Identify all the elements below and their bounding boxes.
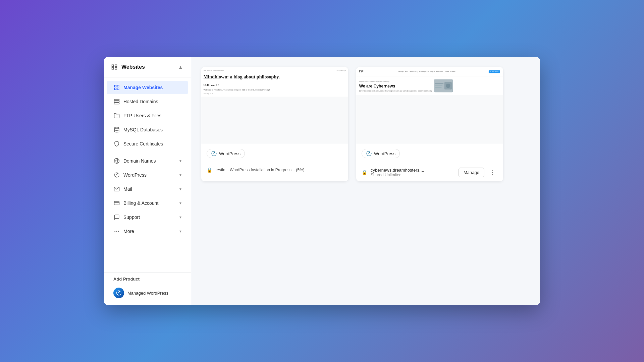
cybernews-preview: n+ Design Film Advertising Photography D… (356, 67, 503, 95)
svg-rect-5 (117, 85, 119, 87)
svg-rect-1 (115, 65, 117, 66)
wordpress-badge-label: WordPress (219, 151, 240, 156)
wp-blog-post-date: January 8, 2021 (204, 93, 346, 95)
cybernews-preview-inner: n+ Design Film Advertising Photography D… (356, 67, 503, 144)
svg-rect-24 (435, 83, 444, 84)
svg-point-11 (114, 127, 119, 129)
wp-blog-topbar-left: Just another WordPress site (204, 69, 224, 71)
svg-rect-2 (112, 68, 114, 69)
svg-rect-0 (112, 65, 114, 66)
svg-rect-15 (114, 201, 119, 205)
card-bottom-cybernews: 🔒 cybernews.dreamhosters.... Shared Unli… (356, 163, 503, 181)
blog-preview-inner: Just another WordPress site Sample Page … (201, 67, 348, 144)
cybernews-hero-body: Lorem ipsum dolor sit amet, consectetur … (359, 90, 432, 92)
sidebar-item-label: More (123, 229, 179, 234)
card-preview-cybernews: n+ Design Film Advertising Photography D… (356, 67, 503, 144)
sidebar-item-wordpress[interactable]: WordPress ▾ (107, 168, 188, 182)
sidebar-item-label: MySQL Databases (123, 127, 181, 132)
svg-rect-4 (114, 85, 116, 87)
sidebar-item-secure-certificates[interactable]: Secure Certificates (107, 137, 188, 150)
cybernews-hero: Help and support the creative community … (356, 76, 503, 95)
svg-rect-22 (444, 82, 452, 89)
sidebar-item-label: Hosted Domains (123, 99, 181, 104)
sidebar-item-label: Secure Certificates (123, 141, 181, 146)
add-product-label: Add Product (111, 277, 184, 282)
cybernews-hero-image (434, 79, 453, 93)
sidebar-collapse-button[interactable]: ▲ (177, 63, 184, 71)
chevron-down-icon: ▾ (179, 159, 181, 163)
sidebar-item-billing-account[interactable]: Billing & Account ▾ (107, 196, 188, 210)
sidebar-item-domain-names[interactable]: Domain Names ▾ (107, 154, 188, 168)
svg-rect-8 (114, 99, 119, 101)
wp-blog-title: Mindblown: a blog about philosophy. (204, 74, 346, 80)
cybernews-subscribe-badge: SUBSCRIBE (489, 70, 500, 73)
sidebar-item-label: FTP Users & Files (123, 113, 181, 118)
websites-icon (111, 63, 118, 71)
ssl-lock-icon-cybernews: 🔒 (362, 170, 367, 175)
more-options-button-cybernews[interactable]: ⋮ (488, 167, 498, 177)
grid-icon (113, 84, 120, 91)
sidebar-header: Websites ▲ (104, 57, 191, 77)
chevron-down-icon: ▾ (179, 173, 181, 177)
cybernews-site-info: cybernews.dreamhosters.... Shared Unlimi… (371, 168, 455, 177)
sidebar-item-more[interactable]: More ▾ (107, 225, 188, 238)
site-card-cybernews: n+ Design Film Advertising Photography D… (356, 67, 503, 181)
cybernews-hero-heading: We are Cybernews (359, 83, 432, 88)
card-footer-testing: WordPress (201, 144, 348, 163)
cybernews-host-label: Shared Unlimited (371, 173, 455, 177)
shield-icon (113, 140, 120, 147)
sidebar-item-label: WordPress (123, 172, 179, 178)
database-icon (113, 126, 120, 133)
server-icon (113, 98, 120, 105)
wordpress-badge-icon (211, 150, 217, 157)
sidebar-item-mysql-databases[interactable]: MySQL Databases (107, 123, 188, 136)
globe-icon (113, 158, 120, 164)
mail-icon (113, 186, 120, 192)
cybernews-hero-text: Help and support the creative community … (359, 79, 432, 92)
sidebar-item-support[interactable]: Support ▾ (107, 210, 188, 224)
wp-blog-topbar: Just another WordPress site Sample Page (204, 69, 346, 71)
sidebar-item-managed-wordpress[interactable]: Managed WordPress (111, 285, 184, 301)
billing-icon (113, 200, 120, 206)
sidebar-item-mail[interactable]: Mail ▾ (107, 182, 188, 196)
sidebar: Websites ▲ Manage Websites (104, 57, 191, 305)
cybernews-hero-subtext: Help and support the creative community (359, 80, 432, 83)
cybernews-logo: n+ (359, 68, 366, 75)
svg-rect-7 (117, 88, 119, 90)
sidebar-item-label: Billing & Account (123, 200, 179, 206)
sidebar-item-manage-websites[interactable]: Manage Websites (107, 81, 188, 94)
cybernews-nav-links: Design Film Advertising Photography Digi… (398, 71, 456, 73)
site-card-testing: Just another WordPress site Sample Page … (201, 67, 348, 181)
sidebar-nav: Manage Websites Hosted Domains (104, 77, 191, 272)
svg-rect-9 (114, 101, 119, 103)
svg-rect-26 (435, 87, 442, 88)
main-content: Just another WordPress site Sample Page … (191, 57, 540, 305)
svg-point-18 (116, 231, 117, 232)
chevron-down-icon: ▾ (179, 215, 181, 220)
chevron-down-icon: ▾ (179, 201, 181, 205)
wordpress-badge-label-cybernews: WordPress (374, 151, 395, 156)
wp-blog-preview: Just another WordPress site Sample Page … (201, 67, 348, 97)
cards-grid: Just another WordPress site Sample Page … (201, 67, 503, 181)
svg-rect-25 (435, 85, 443, 86)
chevron-down-icon: ▾ (179, 229, 181, 234)
ssl-lock-icon: 🔒 (207, 167, 212, 173)
sidebar-title: Websites (121, 64, 145, 70)
install-status-display: WordPress Installation in Progress... (5… (230, 168, 305, 172)
card-footer-cybernews: WordPress (356, 144, 503, 163)
svg-rect-10 (114, 103, 119, 104)
svg-rect-3 (115, 68, 117, 69)
card-bottom-testing: 🔒 testin... WordPress Installation in Pr… (201, 163, 348, 177)
wp-blog-topbar-right: Sample Page (336, 69, 346, 71)
sidebar-item-ftp-users[interactable]: FTP Users & Files (107, 109, 188, 122)
manage-button-cybernews[interactable]: Manage (459, 168, 484, 177)
managed-wordpress-avatar (113, 288, 124, 298)
sidebar-item-label: Mail (123, 186, 179, 192)
sidebar-header-left: Websites (111, 63, 145, 71)
app-window: Websites ▲ Manage Websites (104, 57, 540, 305)
sidebar-item-hosted-domains[interactable]: Hosted Domains (107, 95, 188, 108)
cybernews-nav: n+ Design Film Advertising Photography D… (356, 67, 503, 76)
managed-wordpress-label: Managed WordPress (127, 291, 168, 296)
svg-rect-21 (434, 79, 453, 93)
install-progress: testin... WordPress Installation in Prog… (216, 168, 343, 172)
